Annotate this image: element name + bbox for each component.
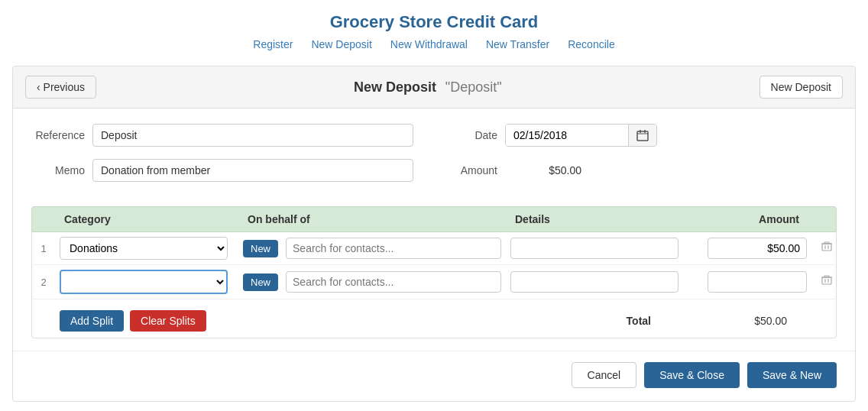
memo-input[interactable] — [92, 159, 413, 182]
calendar-icon — [636, 129, 649, 141]
deposit-subtitle: "Deposit" — [445, 79, 502, 95]
previous-button[interactable]: ‹ Previous — [25, 76, 96, 99]
svg-rect-4 — [822, 244, 831, 251]
nav-new-deposit[interactable]: New Deposit — [311, 38, 371, 50]
table-footer: Add Split Clear Splits Total $50.00 — [31, 299, 837, 338]
category-select-2[interactable] — [60, 270, 228, 294]
splits-actions: Add Split Clear Splits — [60, 310, 206, 332]
nav-links: Register New Deposit New Withdrawal New … — [0, 38, 868, 50]
trash-icon-1 — [821, 241, 832, 252]
save-close-button[interactable]: Save & Close — [644, 362, 740, 388]
new-contact-btn-2[interactable]: New — [243, 273, 278, 291]
footer-buttons: Cancel Save & Close Save & New — [13, 351, 855, 399]
table-row: 1 Donations New — [31, 232, 837, 265]
category-select-1[interactable]: Donations — [60, 237, 228, 260]
details-input-1[interactable] — [510, 238, 679, 259]
svg-rect-0 — [637, 131, 648, 141]
table-row: 2 New — [31, 265, 837, 299]
details-cell-2 — [506, 271, 689, 293]
trash-icon-2 — [821, 275, 832, 286]
page-title: Grocery Store Credit Card — [0, 12, 868, 32]
amount-input-1[interactable] — [708, 238, 807, 259]
deposit-title-area: New Deposit "Deposit" — [354, 79, 502, 95]
reference-input[interactable] — [92, 124, 413, 147]
th-details: Details — [506, 213, 689, 225]
table-header: Category On behalf of Details Amount — [31, 206, 837, 232]
nav-new-withdrawal[interactable]: New Withdrawal — [390, 38, 468, 50]
total-section: Total $50.00 — [627, 315, 827, 327]
date-input-wrapper — [505, 124, 657, 147]
main-content: ‹ Previous New Deposit "Deposit" New Dep… — [12, 66, 856, 402]
row-number-1: 1 — [32, 243, 55, 254]
on-behalf-cell-1: New — [238, 238, 506, 259]
memo-label: Memo — [31, 164, 85, 176]
date-input[interactable] — [506, 125, 628, 146]
new-contact-btn-1[interactable]: New — [243, 240, 278, 257]
amount-cell-1 — [689, 238, 811, 259]
cancel-button[interactable]: Cancel — [572, 362, 637, 388]
date-label: Date — [444, 129, 497, 141]
nav-new-transfer[interactable]: New Transfer — [486, 38, 549, 50]
nav-reconcile[interactable]: Reconcile — [568, 38, 614, 50]
svg-rect-13 — [824, 276, 829, 277]
on-behalf-cell-2: New — [238, 271, 506, 293]
row-number-2: 2 — [32, 277, 55, 288]
th-on-behalf: On behalf of — [238, 213, 506, 225]
calendar-button[interactable] — [628, 125, 656, 146]
amount-cell-2 — [689, 271, 811, 293]
th-amount: Amount — [689, 213, 811, 225]
reference-label: Reference — [31, 129, 85, 141]
category-cell-2 — [55, 270, 238, 294]
form-area: Reference Date — [13, 108, 855, 206]
contacts-search-2[interactable] — [286, 271, 501, 293]
delete-row-1[interactable] — [811, 241, 842, 255]
contacts-search-1[interactable] — [286, 238, 501, 259]
total-label: Total — [627, 315, 657, 327]
amount-value: $50.00 — [520, 164, 581, 176]
clear-splits-button[interactable]: Clear Splits — [130, 310, 206, 332]
th-category: Category — [55, 213, 238, 225]
add-split-button[interactable]: Add Split — [60, 310, 124, 332]
amount-input-2[interactable] — [708, 271, 807, 293]
amount-label: Amount — [444, 164, 497, 176]
category-cell-1: Donations — [55, 237, 238, 260]
total-value: $50.00 — [688, 315, 787, 327]
svg-rect-8 — [824, 242, 829, 244]
deposit-title: New Deposit — [354, 79, 436, 95]
new-deposit-button[interactable]: New Deposit — [760, 76, 843, 99]
svg-rect-9 — [822, 277, 831, 284]
nav-register[interactable]: Register — [253, 38, 293, 50]
delete-row-2[interactable] — [811, 275, 842, 289]
splits-table: Category On behalf of Details Amount 1 D… — [31, 206, 837, 338]
top-bar: ‹ Previous New Deposit "Deposit" New Dep… — [13, 66, 855, 108]
details-cell-1 — [506, 238, 689, 259]
details-input-2[interactable] — [510, 271, 679, 293]
save-new-button[interactable]: Save & New — [747, 362, 837, 388]
